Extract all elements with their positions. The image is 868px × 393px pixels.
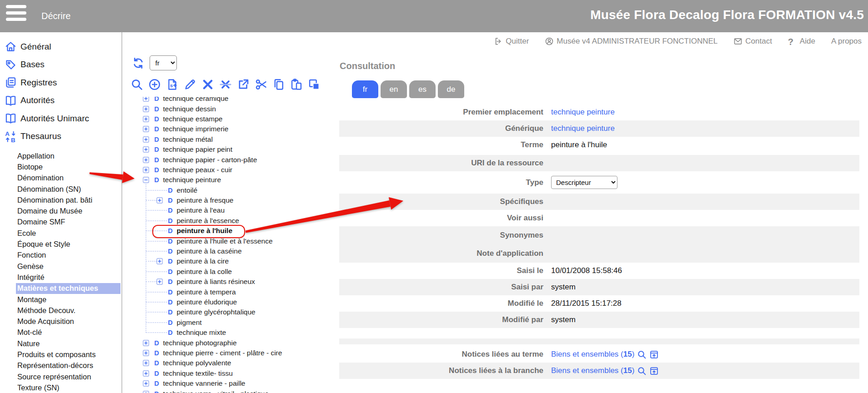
copy-icon[interactable] (272, 78, 285, 91)
open-external-icon[interactable] (237, 78, 250, 91)
tree-item-entoile[interactable]: Dentoilé (122, 185, 339, 195)
type-select[interactable]: Descripteur (551, 176, 617, 189)
cut-icon[interactable] (255, 78, 267, 91)
notices-link[interactable]: Biens et ensembles (15) (551, 366, 634, 375)
expand-icon[interactable] (156, 258, 163, 264)
tree-item-technique-polyvalente[interactable]: Dtechnique polyvalente (122, 358, 339, 368)
tree-item-technique-verre-vitrail-plastique[interactable]: Dtechnique verre - vitrail - plastique (122, 388, 339, 393)
tree-item-technique-dessin[interactable]: Dtechnique dessin (122, 104, 339, 114)
open-record-icon[interactable] (649, 366, 659, 376)
tree-item-peinture-a-l-eau[interactable]: Dpeinture à l'eau (122, 205, 339, 215)
tree-item-technique-papier-peint[interactable]: Dtechnique papier peint (122, 144, 339, 154)
refresh-icon[interactable] (132, 57, 145, 70)
thesaurus-item-nature[interactable]: Nature (0, 338, 120, 349)
tree-item-peinture-a-l-huile[interactable]: Dpeinture à l'huile (122, 226, 339, 236)
tree-item-technique-mixte[interactable]: Dtechnique mixte (122, 328, 339, 338)
thesaurus-item-montage[interactable]: Montage (0, 294, 120, 305)
expand-icon[interactable] (143, 146, 149, 153)
sidebar-item-registres[interactable]: Registres (0, 74, 120, 92)
thesaurus-item-methode-decouv[interactable]: Méthode Decouv. (0, 305, 120, 316)
tree-item-peinture-a-l-huile-et-a-l-essence[interactable]: Dpeinture à l'huile et à l'essence (122, 236, 339, 246)
thesaurus-item-appellation[interactable]: Appellation (0, 150, 120, 161)
tree-item-technique-photographie[interactable]: Dtechnique photographie (122, 338, 339, 348)
expand-icon[interactable] (143, 391, 149, 393)
sidebar-item-autorites-unimarc[interactable]: Autorités Unimarc (0, 109, 120, 128)
expand-icon[interactable] (156, 279, 163, 285)
thesaurus-item-texture-sn[interactable]: Texture (SN) (0, 382, 120, 393)
thesaurus-item-denomination-sn[interactable]: Dénomination (SN) (0, 184, 120, 194)
expand-icon[interactable] (143, 380, 149, 387)
hamburger-menu-icon[interactable] (6, 5, 27, 27)
thesaurus-item-biotope[interactable]: Biotope (0, 161, 120, 172)
thesaurus-item-produits-et-composants[interactable]: Produits et composants (0, 349, 120, 360)
tab-es[interactable]: es (409, 80, 436, 98)
expand-icon[interactable] (156, 197, 163, 204)
expand-icon[interactable] (143, 126, 149, 132)
tab-en[interactable]: en (381, 80, 407, 98)
expand-icon[interactable] (143, 106, 149, 112)
tab-de[interactable]: de (438, 80, 464, 98)
tree-item-technique-imprimerie[interactable]: Dtechnique imprimerie (122, 124, 339, 134)
tree-item-peinture-a-la-cire[interactable]: Dpeinture à la cire (122, 256, 339, 266)
sidebar-item-autorites[interactable]: Autorités (0, 92, 120, 110)
thesaurus-item-mode-acquisition[interactable]: Mode Acquisition (0, 316, 120, 327)
tree-item-technique-ceramique[interactable]: Dtechnique céramique (122, 97, 339, 104)
thesaurus-item-domaine-smf[interactable]: Domaine SMF (0, 217, 120, 228)
header-link-user[interactable]: Musée v4 ADMINISTRATEUR FONCTIONNEL (545, 37, 717, 46)
expand-icon[interactable] (143, 97, 149, 102)
expand-icon[interactable] (143, 136, 149, 143)
tree-item-technique-estampe[interactable]: Dtechnique estampe (122, 114, 339, 124)
search-icon[interactable] (130, 78, 143, 91)
thesaurus-item-fonction[interactable]: Fonction (0, 250, 120, 261)
sidebar-item-thesaurus[interactable]: ABThesaurus (0, 128, 120, 146)
expand-icon[interactable] (143, 360, 149, 366)
add-synonym-icon[interactable]: s (166, 78, 179, 91)
tree-item-technique-textile-tissu[interactable]: Dtechnique textile- tissu (122, 368, 339, 378)
thesaurus-item-source-representation[interactable]: Source représentation (0, 371, 120, 382)
header-link-aide[interactable]: ?Aide (788, 37, 815, 46)
tree-item-peinture-eludorique[interactable]: Dpeinture éludorique (122, 297, 339, 307)
delete-icon[interactable] (201, 78, 214, 91)
thesaurus-item-integrite[interactable]: Intégrité (0, 272, 120, 283)
tree-item-peinture-a-la-caseine[interactable]: Dpeinture à la caséine (122, 246, 339, 256)
header-link-a-propos[interactable]: A propos (831, 37, 862, 46)
thesaurus-item-domaine-du-musee[interactable]: Domaine du Musée (0, 205, 120, 216)
tree-item-peinture-a-fresque[interactable]: Dpeinture à fresque (122, 195, 339, 205)
tab-fr[interactable]: fr (352, 80, 378, 98)
search-icon[interactable] (637, 350, 647, 359)
sidebar-item-general[interactable]: Général (0, 38, 120, 56)
expand-icon[interactable] (143, 167, 149, 173)
paste-icon[interactable] (290, 78, 303, 91)
tree-language-select[interactable]: fr (150, 55, 177, 70)
expand-icon[interactable] (143, 340, 149, 346)
tree-item-peinture-a-liants-resineux[interactable]: Dpeinture à liants résineux (122, 277, 339, 287)
header-link-quitter[interactable]: Quitter (494, 37, 529, 46)
expand-icon[interactable] (143, 350, 149, 356)
thesaurus-item-genese[interactable]: Genèse (0, 261, 120, 272)
duplicate-icon[interactable] (308, 78, 321, 91)
sidebar-item-bases[interactable]: Bases (0, 56, 120, 74)
field-value-link[interactable]: technique peinture (551, 124, 615, 133)
search-icon[interactable] (637, 366, 647, 376)
tree-item-pigment[interactable]: Dpigment (122, 318, 339, 328)
expand-icon[interactable] (143, 116, 149, 122)
tree-item-technique-pierre-ciment-platre-cire[interactable]: Dtechnique pierre - ciment - plâtre - ci… (122, 348, 339, 358)
edit-icon[interactable] (184, 78, 196, 91)
tree-item-technique-peaux-cuir[interactable]: Dtechnique peaux - cuir (122, 165, 339, 175)
tree-item-peinture-a-l-essence[interactable]: Dpeinture à l'essence (122, 216, 339, 226)
add-icon[interactable] (148, 78, 161, 91)
delete-branch-icon[interactable] (219, 78, 232, 91)
open-record-icon[interactable] (649, 350, 659, 359)
thesaurus-item-matieres-et-techniques[interactable]: Matières et techniques (16, 283, 120, 294)
thesaurus-item-epoque-et-style[interactable]: Époque et Style (0, 239, 120, 249)
expand-icon[interactable] (143, 157, 149, 163)
expand-icon[interactable] (143, 370, 149, 377)
tree-item-technique-papier-carton-pate[interactable]: Dtechnique papier - carton-pâte (122, 154, 339, 164)
thesaurus-item-representation-decors[interactable]: Représentation-décors (0, 360, 120, 371)
tree-item-technique-peinture[interactable]: Dtechnique peinture (122, 175, 339, 185)
notices-link[interactable]: Biens et ensembles (15) (551, 350, 634, 359)
tree-item-peinture-glycerophtalique[interactable]: Dpeinture glycérophtalique (122, 307, 339, 317)
tree-item-technique-vannerie-paille[interactable]: Dtechnique vannerie - paille (122, 378, 339, 388)
field-value-link[interactable]: technique peinture (551, 108, 615, 117)
tree-item-peinture-a-tempera[interactable]: Dpeinture à tempera (122, 287, 339, 297)
